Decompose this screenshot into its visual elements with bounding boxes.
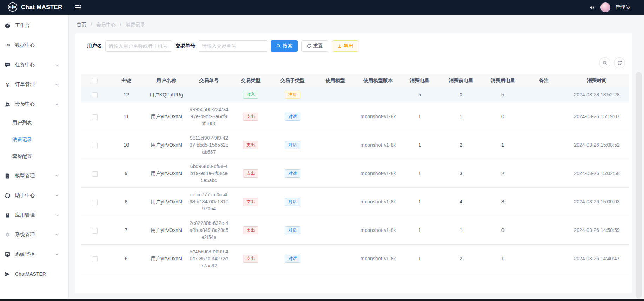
- order-no-text: 6b0968d0-df68-4b19-9d1e-8f08ce5e5abc: [189, 163, 229, 184]
- user-name[interactable]: 管理员: [615, 4, 630, 11]
- bottom-bar: [0, 299, 644, 301]
- sidebar-subitem-user-list[interactable]: 用户列表: [0, 116, 68, 130]
- order-no-text: 5e4560c8-eb99-40c7-857c-34272e77ac32: [189, 248, 229, 269]
- chevron-down-icon: [55, 252, 59, 257]
- breadcrumb-home[interactable]: 首页: [77, 22, 86, 27]
- order-no-text: 99950500-234c-497e-b9dc-3a6cf9bf5000: [189, 106, 229, 127]
- cell-model: [314, 102, 357, 131]
- app-logo-icon: AI: [8, 2, 18, 13]
- cell-power-after: 0: [482, 216, 524, 245]
- brand: AI Chat MASTER: [0, 2, 69, 13]
- cell-power: 5: [399, 87, 440, 102]
- cell-remark: [524, 102, 564, 131]
- row-checkbox[interactable]: [92, 92, 98, 98]
- sidebar-item-assistant-center[interactable]: 助手中心: [0, 188, 68, 203]
- sidebar-item-label: 会员中心: [15, 101, 55, 107]
- tag-dialog: 对话: [285, 169, 300, 178]
- column-header: 使用模型: [314, 74, 357, 87]
- row-checkbox[interactable]: [92, 143, 98, 148]
- column-header: 交易类型: [230, 74, 271, 87]
- cell-user: 用户yIrVOxnN: [145, 131, 188, 159]
- column-header: 消费前电量: [440, 74, 482, 87]
- send-icon: [4, 271, 11, 277]
- sidebar-subitem-package-config[interactable]: 套餐配置: [0, 149, 68, 163]
- cell-remark: [524, 87, 564, 102]
- tag-expense: 支出: [243, 141, 258, 149]
- avatar[interactable]: [600, 2, 610, 12]
- cell-order-no: ccfcc777-cd0c-4f68-b184-00e1810970b4: [188, 188, 230, 216]
- cell-time: 2024-03-26 15:19:07: [564, 102, 629, 131]
- sidebar-item-model-management[interactable]: 模型管理: [0, 168, 68, 183]
- sidebar-item-workbench[interactable]: 工作台: [0, 18, 68, 33]
- sidebar-item-label: 工作台: [15, 22, 59, 29]
- column-header: 消费时间: [564, 74, 629, 87]
- cell-user: 用户yIrVOxnN: [145, 102, 188, 131]
- sidebar-item-label: 应用管理: [15, 212, 55, 218]
- cell-select: [81, 131, 108, 159]
- model-icon: [4, 173, 11, 179]
- model-version-text: moonshot-v1-8k: [361, 198, 396, 205]
- export-button[interactable]: 导出: [332, 40, 359, 52]
- row-checkbox[interactable]: [92, 228, 98, 234]
- cell-id: 9: [108, 159, 145, 188]
- cell-power: 1: [399, 131, 440, 159]
- cell-order-no: 5e4560c8-eb99-40c7-857c-34272e77ac32: [188, 245, 230, 273]
- cell-subtype: 注册: [271, 87, 314, 102]
- order-no-text: 9811cf90-49f9-4207-bbd5-156562eab567: [189, 134, 229, 155]
- volume-icon[interactable]: [589, 4, 596, 11]
- table-refresh-button[interactable]: [614, 57, 625, 68]
- row-checkbox[interactable]: [92, 200, 98, 205]
- search-button[interactable]: 搜索: [271, 40, 298, 52]
- sidebar-item-system-management[interactable]: 系统管理: [0, 227, 68, 242]
- model-version-text: moonshot-v1-8k: [361, 227, 396, 234]
- breadcrumb-member-center[interactable]: 会员中心: [96, 22, 116, 27]
- cell-power-after: 1: [482, 131, 524, 159]
- sidebar-item-order-management[interactable]: ¥订单管理: [0, 77, 68, 92]
- sidebar-item-data-center[interactable]: 123数据中心: [0, 38, 68, 53]
- cell-model: [314, 131, 357, 159]
- content-card: 用户名 交易单号 搜索 重置 导出: [75, 33, 632, 293]
- sidebar-item-task-center[interactable]: 任务中心: [0, 58, 68, 72]
- cell-power-before: 4: [440, 188, 482, 216]
- data-icon: 123: [4, 42, 11, 48]
- reset-button[interactable]: 重置: [301, 40, 328, 52]
- tag-register: 注册: [285, 91, 300, 99]
- search-button-label: 搜索: [283, 43, 293, 49]
- order-no-input[interactable]: [199, 40, 267, 52]
- sidebar-subitem-consumption-records[interactable]: 消费记录: [0, 133, 68, 147]
- breadcrumb-separator: /: [91, 22, 92, 27]
- cell-type: 支出: [230, 188, 271, 216]
- model-version-text: moonshot-v1-8k: [361, 113, 396, 120]
- sidebar-item-app-management[interactable]: 应用管理: [0, 208, 68, 222]
- svg-text:AI: AI: [11, 6, 14, 9]
- row-checkbox[interactable]: [92, 171, 98, 177]
- row-checkbox[interactable]: [92, 114, 98, 120]
- cell-id: 7: [108, 216, 145, 245]
- order-icon: ¥: [4, 81, 11, 88]
- cell-power-before: 1: [440, 216, 482, 245]
- username-input[interactable]: [105, 40, 172, 52]
- table-search-toggle-button[interactable]: [599, 57, 610, 68]
- sidebar-item-member-center[interactable]: 会员中心: [0, 97, 68, 112]
- cell-model-version: moonshot-v1-8k: [357, 131, 399, 159]
- cell-order-no: 2e82230b-632e-4a8b-a849-8a28c5e2f54a: [188, 216, 230, 245]
- chevron-down-icon: [55, 174, 59, 178]
- main-content: 首页 / 会员中心 / 消费记录 用户名 交易单号 搜索 重置 导出: [69, 15, 644, 301]
- sidebar-item-chatmaster[interactable]: ChatMASTER: [0, 267, 68, 281]
- cell-power-after: 2: [482, 159, 524, 188]
- sidebar-collapse-icon[interactable]: [74, 4, 81, 11]
- tag-dialog: 对话: [285, 226, 300, 234]
- cell-power-after: 5: [482, 87, 524, 102]
- refresh-icon: [307, 44, 311, 48]
- sidebar-item-label: 系统管理: [15, 232, 55, 238]
- page-scrollbar[interactable]: [636, 72, 642, 299]
- select-all-checkbox[interactable]: [92, 78, 98, 83]
- cell-select: [81, 102, 108, 131]
- row-checkbox[interactable]: [92, 256, 98, 262]
- sidebar-item-system-monitor[interactable]: 系统监控: [0, 247, 68, 262]
- cell-user: 用户KQFuIPRg: [145, 87, 188, 102]
- cell-model-version: moonshot-v1-8k: [357, 102, 399, 131]
- cell-remark: [524, 159, 564, 188]
- cell-model-version: moonshot-v1-8k: [357, 245, 399, 273]
- dashboard-icon: [4, 22, 11, 29]
